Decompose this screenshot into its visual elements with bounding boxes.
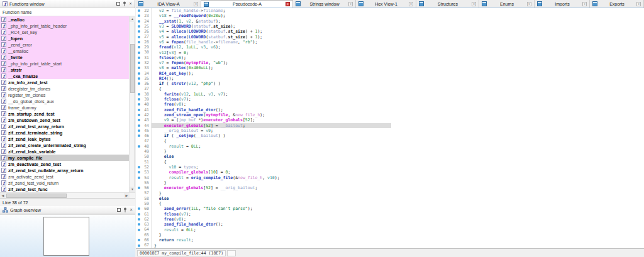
function-row-zif-zend-test-func[interactable]: fzif_zend_test_func	[0, 186, 130, 192]
code-line-33[interactable]: 33 v8 = malloc(0x400uLL);	[136, 65, 644, 70]
function-name-column-header[interactable]: Function name	[0, 8, 135, 16]
function-row-zif-zend-leak-bytes[interactable]: fzif_zend_leak_bytes	[0, 136, 130, 142]
code-line-42[interactable]: 42 zend_stream_open(mytmpfile, &new_file…	[136, 112, 644, 118]
function-row-zif-zend-test-void-return[interactable]: fzif_zend_test_void_return	[0, 180, 130, 186]
function-row-emalloc[interactable]: f__emalloc	[0, 48, 130, 54]
code-line-58[interactable]: 58 else	[136, 196, 644, 201]
code-line-65[interactable]: 65 }	[136, 232, 644, 238]
code-line-54[interactable]: 54 result = orig_compile_file(&new_file_…	[136, 175, 644, 180]
tab-close-icon[interactable]: x	[527, 2, 531, 6]
pin-button[interactable]	[123, 1, 126, 6]
vertical-scroll-thumb[interactable]	[130, 44, 135, 93]
function-row-php-info-print-table-header[interactable]: f_php_info_print_table_header	[0, 23, 130, 29]
close-icon[interactable]: ×	[130, 208, 133, 212]
code-line-39[interactable]: 39 fclose(v7);	[136, 97, 644, 102]
function-row-php-info-print-table-start[interactable]: f_php_info_print_table_start	[0, 60, 130, 67]
code-line-56[interactable]: 56 executor_globals[52] = __orig_bailout…	[136, 185, 644, 190]
function-row-do-global-dtors-aux[interactable]: f__do_global_dtors_aux	[0, 98, 130, 104]
code-line-22[interactable]: 22 v2 = file_handle->filename;	[136, 8, 644, 13]
code-line-32[interactable]: 32 v7 = fopen(mytmpfile, "wb");	[136, 60, 644, 65]
function-row-rc4-set-key[interactable]: f_RC4_set_key	[0, 29, 130, 35]
functions-horizontal-scrollbar[interactable]: ◀ ▶	[0, 192, 135, 198]
tab-close-icon[interactable]: x	[472, 2, 476, 6]
function-row-zm-info-zend-test[interactable]: fzm_info_zend_test	[0, 79, 130, 85]
code-line-34[interactable]: 34 RC4_set_key();	[136, 71, 644, 76]
code-line-67[interactable]: 67}	[136, 243, 644, 248]
tab-structures[interactable]: Structuresx	[416, 0, 479, 8]
function-row-zm-deactivate-zend-test[interactable]: fzm_deactivate_zend_test	[0, 161, 130, 167]
code-line-53[interactable]: 53 compiler_globals[10] = 0;	[136, 170, 644, 175]
code-line-57[interactable]: 57 }	[136, 190, 644, 195]
functions-panel-titlebar[interactable]: f Functions window ×	[0, 0, 135, 8]
code-line-41[interactable]: 41 zend_file_handle_dtor();	[136, 107, 644, 112]
code-line-28[interactable]: 28 v6 = fopen(file_handle->filename, "rb…	[136, 40, 644, 45]
code-line-63[interactable]: 63 zend_file_handle_dtor();	[136, 222, 644, 227]
code-line-26[interactable]: 26 v4 = alloca(LODWORD(statbuf.st_size) …	[136, 29, 644, 34]
code-line-60[interactable]: 60 zend_error(1LL, "file can't parse");	[136, 206, 644, 211]
function-row-deregister-tm-clones[interactable]: fderegister_tm_clones	[0, 85, 130, 92]
code-line-27[interactable]: 27 v5 = alloca(LODWORD(statbuf.st_size) …	[136, 34, 644, 39]
code-line-37[interactable]: 37 {	[136, 86, 644, 91]
horizontal-scroll-thumb[interactable]	[6, 194, 67, 198]
function-row-cxa-finalize[interactable]: f__cxa_finalize	[0, 73, 130, 79]
tab-exports[interactable]: Exportsx	[590, 0, 644, 8]
functions-vertical-scrollbar[interactable]: ▲ ▼	[129, 16, 135, 192]
graph-overview-canvas[interactable]	[0, 214, 135, 257]
code-line-45[interactable]: 45 __orig_bailout = v9;	[136, 128, 644, 133]
function-row-malloc[interactable]: f_malloc	[0, 16, 130, 23]
code-line-38[interactable]: 38 fwrite(v12, 1uLL, v3, v7);	[136, 92, 644, 97]
tab-pseudocode-a[interactable]: Pseudocode-Ax	[201, 0, 293, 8]
tab-imports[interactable]: Importsx	[535, 0, 590, 8]
graph-overview-titlebar[interactable]: Graph overview ×	[0, 206, 135, 214]
tab-close-icon[interactable]: x	[194, 2, 198, 6]
tab-ida-view-a[interactable]: IDA View-Ax	[136, 0, 201, 8]
code-line-61[interactable]: 61 fclose(v7);	[136, 212, 644, 217]
tab-strings-window[interactable]: Strings windowx	[293, 0, 356, 8]
code-line-55[interactable]: 55 }	[136, 180, 644, 185]
code-line-48[interactable]: 48 result = 0LL;	[136, 144, 644, 149]
function-row-zif-zend-test-nullable-array-return[interactable]: fzif_zend_test_nullable_array_return	[0, 167, 130, 173]
code-line-46[interactable]: 46 if ( _setjmp(__bailout) )	[136, 133, 644, 138]
code-line-31[interactable]: 31 fclose(v6);	[136, 55, 644, 60]
pin-button[interactable]	[123, 207, 127, 212]
code-line-50[interactable]: 50 else	[136, 154, 644, 159]
code-line-62[interactable]: 62 free(v8);	[136, 217, 644, 222]
code-line-52[interactable]: 52 v10 = types;	[136, 165, 644, 170]
tab-close-icon[interactable]: x	[409, 2, 413, 6]
code-line-36[interactable]: 36 if ( strstr(v12, "php") )	[136, 81, 644, 86]
code-line-35[interactable]: 35 RC4();	[136, 76, 644, 81]
function-row-zif-zend-leak-variable[interactable]: fzif_zend_leak_variable	[0, 148, 130, 155]
tab-enums[interactable]: Enumsx	[479, 0, 535, 8]
function-row-zif-zend-create-unterminated-string[interactable]: fzif_zend_create_unterminated_string	[0, 142, 130, 148]
close-icon[interactable]: ×	[129, 2, 132, 6]
function-row-zm-activate-zend-test[interactable]: fzm_activate_zend_test	[0, 173, 130, 180]
code-line-23[interactable]: 23 v18 = __readfsqword(0x28u);	[136, 13, 644, 18]
pseudocode-view[interactable]: 22 v2 = file_handle->filename;23 v18 = _…	[136, 8, 644, 248]
function-row-fopen[interactable]: f_fopen	[0, 35, 130, 41]
function-row-zm-shutdown-zend-test[interactable]: fzm_shutdown_zend_test	[0, 117, 130, 123]
function-row-my-compile-file[interactable]: fmy_compile_file	[0, 155, 130, 161]
code-line-43[interactable]: 43 v9 = (jmp_buf *)executor_globals[52];	[136, 118, 644, 123]
function-row-frame-dummy[interactable]: fframe_dummy	[0, 104, 130, 111]
scroll-down-icon[interactable]: ▼	[130, 187, 135, 192]
tab-hex-view-1[interactable]: Hex View-1x	[356, 0, 416, 8]
code-line-66[interactable]: 66 return result;	[136, 238, 644, 243]
function-row-zm-startup-zend-test[interactable]: fzm_startup_zend_test	[0, 111, 130, 117]
code-line-24[interactable]: 24 __xstat(1, v2, &statbuf);	[136, 19, 644, 24]
tab-close-icon[interactable]: x	[286, 2, 290, 6]
code-line-64[interactable]: 64 result = 0LL;	[136, 227, 644, 232]
code-line-51[interactable]: 51 {	[136, 160, 644, 165]
function-row-zif-zend-terminate-string[interactable]: fzif_zend_terminate_string	[0, 129, 130, 136]
code-line-25[interactable]: 25 v3 = SLODWORD(statbuf.st_size);	[136, 24, 644, 29]
function-row-fwrite[interactable]: f_fwrite	[0, 54, 130, 60]
scroll-up-icon[interactable]: ▲	[130, 16, 135, 22]
tab-close-icon[interactable]: x	[582, 2, 587, 6]
code-line-47[interactable]: 47 {	[136, 138, 644, 143]
code-line-49[interactable]: 49 }	[136, 149, 644, 154]
code-line-44[interactable]: 44 executor_globals[52] = __bailout;	[136, 123, 644, 128]
function-row-zif-zend-test-array-return[interactable]: fzif_zend_test_array_return	[0, 123, 130, 129]
tab-close-icon[interactable]: x	[348, 2, 353, 6]
code-line-40[interactable]: 40 free(v8);	[136, 102, 644, 107]
function-row-register-tm-clones[interactable]: fregister_tm_clones	[0, 92, 130, 98]
code-line-29[interactable]: 29 fread(v12, 1uLL, v3, v6);	[136, 45, 644, 50]
